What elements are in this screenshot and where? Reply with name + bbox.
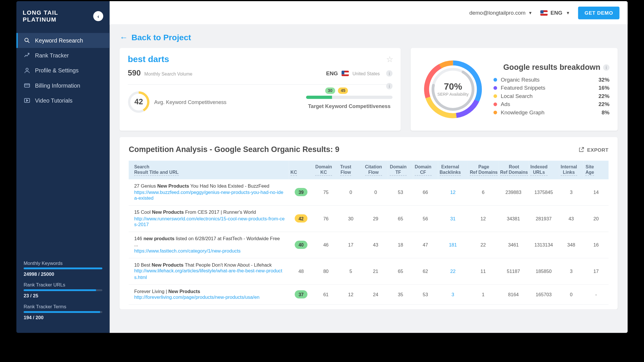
keyword-stats: 590 Monthly Search Volume ENG United Sta…: [128, 69, 392, 78]
info-icon[interactable]: i: [386, 70, 392, 76]
result-cell: Forever Living | New Productshttp://fore…: [129, 284, 289, 305]
info-icon[interactable]: i: [603, 64, 610, 71]
favorite-star-icon[interactable]: ☆: [386, 54, 393, 64]
sidebar: LONG TAIL PLATINUM ‹ Keyword ResearchRan…: [16, 1, 110, 333]
column-header[interactable]: KC: [289, 161, 313, 179]
play-icon: [24, 97, 30, 104]
sidebar-item-label: Keyword Research: [35, 37, 83, 44]
tkc-low-pill: 30: [325, 87, 335, 94]
language-label: ENG: [551, 9, 562, 16]
column-header[interactable]: Citation Flow: [363, 161, 388, 179]
info-icon[interactable]: i: [386, 83, 392, 89]
quota-label: Rank Tracker URLs: [24, 282, 102, 288]
breakdown-title-text: Google results breakdown: [503, 63, 600, 72]
msv-label: Monthly Search Volume: [144, 72, 192, 76]
collapse-sidebar-button[interactable]: ‹: [93, 11, 103, 21]
column-header[interactable]: Domain KC: [313, 161, 338, 179]
column-header[interactable]: Internal Links: [559, 161, 584, 179]
breakdown-pct: 22%: [599, 93, 610, 99]
result-cell: 10 Best New Products That People Don't K…: [129, 258, 289, 284]
card-icon: [24, 82, 30, 89]
column-header[interactable]: Indexed URLs: [528, 161, 559, 179]
column-header[interactable]: Page Ref Domains: [468, 161, 498, 179]
breakdown-list: Organic Results32%Featured Snippets16%Lo…: [493, 77, 609, 116]
backlinks-link[interactable]: 22: [450, 269, 455, 274]
column-header[interactable]: Search Result Title and URL: [129, 161, 289, 179]
language-selector[interactable]: ENG ▼: [540, 9, 570, 16]
sidebar-item-billing-information[interactable]: Billing Information: [16, 78, 110, 93]
sidebar-item-label: Video Tutorials: [35, 97, 72, 104]
chevron-left-icon: ‹: [97, 13, 99, 19]
result-url[interactable]: http://www.runnersworld.com/electronics/…: [134, 215, 285, 228]
legend-dot-icon: [493, 94, 497, 98]
table-row: 10 Best New Products That People Don't K…: [129, 258, 609, 284]
result-url[interactable]: http://www.lifehack.org/articles/lifesty…: [134, 268, 285, 280]
brand-title: LONG TAIL PLATINUM: [23, 9, 93, 23]
export-label: EXPORT: [587, 147, 608, 153]
msv-value: 590: [128, 69, 141, 78]
arrow-left-icon: ←: [120, 33, 128, 43]
result-url[interactable]: https://www.fasttech.com/category/1/new-…: [134, 248, 285, 254]
result-cell: 27 Genius New Products You Had No Idea E…: [129, 179, 289, 205]
quota-rank-tracker-terms: Rank Tracker Terms194 / 200: [24, 304, 102, 320]
keyword-card: best darts ☆ 590 Monthly Search Volume E…: [120, 48, 401, 131]
kc-cell: 39: [289, 179, 313, 205]
export-icon: [578, 147, 584, 153]
column-header[interactable]: Site Age: [584, 161, 609, 179]
legend-dot-icon: [493, 78, 497, 82]
breakdown-item: Knowledge Graph8%: [493, 109, 609, 116]
backlinks-link[interactable]: 12: [450, 190, 455, 195]
breakdown-label: Ads: [501, 101, 510, 107]
breakdown-right: Google results breakdown i Organic Resul…: [493, 63, 609, 116]
result-title: 15 Cool New Products From CES 2017 | Run…: [134, 209, 285, 215]
locale-country: United States: [352, 71, 380, 76]
flag-icon: [540, 10, 548, 16]
backlinks-link[interactable]: 31: [450, 216, 455, 221]
column-header[interactable]: Domain CF: [413, 161, 438, 179]
get-demo-button[interactable]: GET DEMO: [578, 6, 619, 19]
main-area: demo@longtailpro.com ▼ ENG ▼ GET DEMO ← …: [110, 1, 628, 333]
result-title: 10 Best New Products That People Don't K…: [134, 262, 285, 268]
breakdown-label: Knowledge Graph: [501, 109, 545, 116]
breakdown-label: Featured Snippets: [501, 85, 545, 91]
column-header[interactable]: External Backlinks: [438, 161, 468, 179]
sidebar-quotas: Monthly Keywords24998 / 25000Rank Tracke…: [24, 260, 102, 326]
result-cell: 146 new products listed on 6/28/2017 at …: [129, 232, 289, 258]
result-url[interactable]: http://foreverliving.com/page/products/n…: [134, 294, 285, 301]
back-label: Back to Project: [131, 33, 191, 43]
sidebar-item-video-tutorials[interactable]: Video Tutorials: [16, 93, 110, 108]
breakdown-pct: 32%: [599, 77, 610, 83]
quota-value: 24998 / 25000: [24, 271, 102, 277]
kc-row: 42 Avg. Keyword Competitiveness i 30 45 …: [128, 84, 392, 113]
competition-title: Competition Analysis - Google Search Org…: [129, 145, 340, 154]
backlinks-link[interactable]: 181: [449, 242, 457, 248]
quota-label: Monthly Keywords: [24, 260, 102, 266]
competition-table: Search Result Title and URLKCDomain KCTr…: [129, 161, 609, 305]
sidebar-item-rank-tracker[interactable]: Rank Tracker: [16, 48, 110, 63]
svg-point-1: [26, 68, 28, 70]
user-menu[interactable]: demo@longtailpro.com ▼: [469, 9, 532, 16]
user-icon: [24, 67, 30, 74]
keyword-locale: ENG United States i: [326, 70, 392, 76]
column-header[interactable]: Domain TF: [388, 161, 413, 179]
column-header[interactable]: Trust Flow: [338, 161, 363, 179]
sidebar-item-profile-settings[interactable]: Profile & Settings: [16, 63, 110, 78]
result-title: 146 new products listed on 6/28/2017 at …: [134, 236, 285, 248]
breakdown-item: Organic Results32%: [493, 77, 609, 83]
trend-icon: [24, 52, 30, 59]
tkc-range[interactable]: 30 45: [306, 95, 393, 99]
tkc-fill: [306, 95, 332, 99]
kc-cell: 40: [289, 232, 313, 258]
sidebar-item-keyword-research[interactable]: Keyword Research: [16, 33, 110, 48]
msv: 590 Monthly Search Volume: [128, 69, 192, 78]
user-email: demo@longtailpro.com: [469, 9, 526, 16]
locale-lang: ENG: [326, 70, 338, 76]
backlinks-link[interactable]: 3: [452, 292, 454, 297]
export-button[interactable]: EXPORT: [578, 147, 609, 153]
column-header[interactable]: Root Ref Domains: [498, 161, 528, 179]
result-url[interactable]: https://www.buzzfeed.com/peggy/genius-ne…: [134, 189, 285, 201]
quota-label: Rank Tracker Terms: [24, 304, 102, 309]
svg-rect-2: [24, 84, 30, 87]
back-to-project-link[interactable]: ← Back to Project: [120, 33, 618, 43]
breakdown-item: Local Search22%: [493, 93, 609, 99]
